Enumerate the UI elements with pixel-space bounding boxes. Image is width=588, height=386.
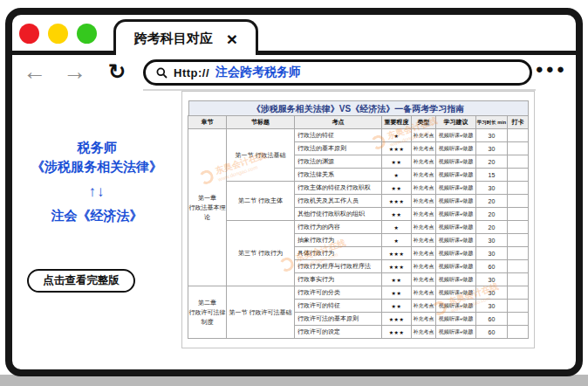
forward-icon[interactable]: → — [63, 58, 86, 86]
section-cell: 第二节 行政主体 — [227, 182, 295, 221]
importance-cell: ★★ — [382, 182, 412, 195]
chapter-cell: 第一章行政法基本理论 — [188, 129, 227, 286]
point-cell: 行政法律关系 — [295, 169, 382, 182]
advice-cell: 视频听课+做题 — [436, 313, 476, 326]
traffic-light-close-icon[interactable] — [19, 24, 39, 44]
study-guide-table: 章节节标题考点重要程度类型学习建议学习时长 min打卡第一章行政法基本理论第一节… — [188, 115, 529, 339]
advice-cell: 视频听课+做题 — [436, 273, 476, 286]
importance-cell: ★★★ — [382, 313, 412, 326]
point-cell: 行政许可的特征 — [295, 300, 382, 313]
importance-cell: ★★ — [382, 300, 412, 313]
subject-top-label: 税务师 — [12, 140, 181, 156]
table-title: 《涉税服务相关法律》VS《经济法》一备两考学习指南 — [188, 100, 529, 115]
checkin-cell — [508, 169, 529, 182]
swap-arrows-icon: ↑↓ — [12, 183, 181, 201]
chrome-divider — [12, 51, 576, 55]
advice-cell: 视频听课+做题 — [436, 142, 476, 155]
type-cell: 补充考点 — [412, 273, 436, 286]
point-cell: 行政许可的分类 — [295, 286, 382, 300]
chapter-line: 行政许可法律制度 — [188, 307, 226, 327]
checkin-cell — [508, 142, 529, 155]
back-icon[interactable]: ← — [23, 58, 46, 86]
point-cell: 抽象行政行为 — [295, 234, 382, 247]
importance-cell: ★ — [382, 221, 412, 234]
advice-cell: 视频听课+做题 — [436, 208, 476, 221]
type-cell: 补充考点 — [412, 234, 436, 247]
column-header-7: 打卡 — [508, 116, 529, 129]
type-cell: 补充考点 — [412, 129, 436, 142]
table-row: 第二节 行政主体行政主体的特征及行政职权★★补充考点视频听课+做题30 — [188, 182, 529, 195]
url-protocol: Http:// — [174, 66, 209, 79]
tab-close-icon[interactable]: × — [227, 30, 237, 48]
advice-cell: 视频听课+做题 — [436, 234, 476, 247]
checkin-cell — [508, 273, 529, 286]
type-cell: 补充考点 — [412, 142, 436, 155]
minutes-cell: 30 — [476, 234, 508, 247]
checkin-cell — [508, 221, 529, 234]
column-header-4: 类型 — [412, 116, 436, 129]
minutes-cell: 30 — [476, 273, 508, 286]
minutes-cell: 20 — [476, 155, 508, 169]
search-icon — [156, 67, 168, 79]
checkin-cell — [508, 182, 529, 195]
advice-cell: 视频听课+做题 — [436, 129, 476, 142]
importance-cell: ★★ — [382, 286, 412, 300]
point-cell: 行政法的基本原则 — [295, 142, 382, 155]
browser-tab[interactable]: 跨考科目对应 × — [113, 19, 258, 55]
type-cell: 补充考点 — [412, 221, 436, 234]
point-cell: 行政主体的特征及行政职权 — [295, 182, 382, 195]
view-full-version-button[interactable]: 点击查看完整版 — [27, 269, 135, 293]
checkin-cell — [508, 234, 529, 247]
minutes-cell: 30 — [476, 247, 508, 260]
table-row: 第二章行政许可法律制度第一节 行政许可法基础行政许可的分类★★补充考点视频听课+… — [188, 286, 529, 300]
type-cell: 补充考点 — [412, 300, 436, 313]
checkin-cell — [508, 313, 529, 326]
advice-cell: 视频听课+做题 — [436, 286, 476, 300]
importance-cell: ★★★ — [382, 247, 412, 260]
traffic-light-maximize-icon[interactable] — [77, 24, 97, 44]
type-cell: 补充考点 — [412, 313, 436, 326]
importance-cell: ★ — [382, 169, 412, 182]
checkin-cell — [508, 247, 529, 260]
address-bar[interactable]: Http:// 注会跨考税务师 — [143, 59, 532, 86]
chapter-line: 行政法基本理论 — [188, 203, 226, 222]
url-text: 注会跨考税务师 — [215, 65, 301, 80]
column-header-0: 章节 — [188, 116, 227, 129]
type-cell: 补充考点 — [412, 182, 436, 195]
checkin-cell — [508, 129, 529, 142]
importance-cell: ★★★ — [382, 142, 412, 155]
type-cell: 补充考点 — [412, 247, 436, 260]
point-cell: 行政行为的内容 — [295, 221, 382, 234]
refresh-icon[interactable]: ↻ — [108, 58, 126, 86]
importance-cell: ★ — [382, 234, 412, 247]
overflow-menu-icon[interactable]: ●●● — [536, 61, 567, 76]
point-cell: 行政机关及其工作人员 — [295, 195, 382, 208]
subject-mapping-panel: 税务师 《涉税服务相关法律》 ↑↓ 注会《经济法》 点击查看完整版 — [12, 91, 181, 369]
column-header-5: 学习建议 — [436, 116, 476, 129]
type-cell: 补充考点 — [412, 169, 436, 182]
advice-cell: 视频听课+做题 — [436, 221, 476, 234]
advice-cell: 视频听课+做题 — [436, 300, 476, 313]
minutes-cell: 20 — [476, 208, 508, 221]
point-cell: 行政法的特征 — [295, 129, 382, 142]
tab-title: 跨考科目对应 — [134, 31, 213, 47]
column-header-6: 学习时长 min — [476, 116, 508, 129]
browser-window: 跨考科目对应 × ← → ↻ Http:// 注会跨考税务师 ●●● 税务师 《… — [5, 8, 583, 376]
advice-cell: 视频听课+做题 — [436, 169, 476, 182]
checkin-cell — [508, 155, 529, 169]
chapter-line: 第二章 — [188, 298, 226, 307]
importance-cell: ★★★ — [382, 260, 412, 273]
traffic-light-minimize-icon[interactable] — [48, 24, 68, 44]
importance-cell: ★★ — [382, 208, 412, 221]
checkin-cell — [508, 260, 529, 273]
table-header-row: 章节节标题考点重要程度类型学习建议学习时长 min打卡 — [188, 116, 529, 129]
advice-cell: 视频听课+做题 — [436, 247, 476, 260]
type-cell: 补充考点 — [412, 155, 436, 169]
table-row: 第三节 行政行为行政行为的内容★补充考点视频听课+做题20 — [188, 221, 529, 234]
checkin-cell — [508, 300, 529, 313]
minutes-cell: 30 — [476, 129, 508, 142]
checkin-cell — [508, 195, 529, 208]
minutes-cell: 60 — [476, 326, 508, 339]
advice-cell: 视频听课+做题 — [436, 195, 476, 208]
point-cell: 行政许可的设定 — [295, 326, 382, 339]
